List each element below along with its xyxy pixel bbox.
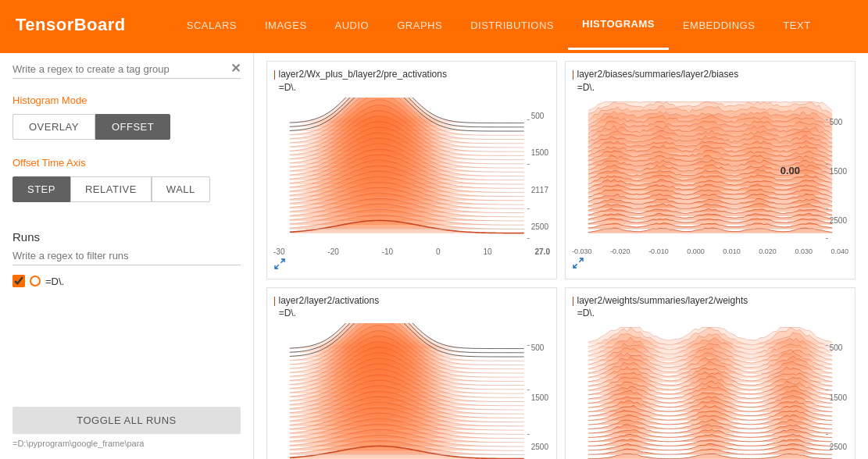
chart-area-chart2: 50015002500 bbox=[572, 98, 848, 246]
nav-item-images[interactable]: IMAGES bbox=[251, 0, 321, 50]
time-btn-relative[interactable]: RELATIVE bbox=[70, 176, 152, 202]
x-axis-labels: -0.030-0.020-0.0100.0000.0100.0200.0300.… bbox=[572, 247, 848, 255]
svg-line-14 bbox=[579, 258, 583, 262]
header: TensorBoard SCALARSIMAGESAUDIOGRAPHSDIST… bbox=[0, 0, 868, 50]
chart-card-chart4: | layer2/weights/summaries/layer2/weight… bbox=[565, 287, 855, 459]
time-button-group: STEPRELATIVEWALL bbox=[13, 176, 241, 202]
svg-line-7 bbox=[275, 265, 279, 269]
mode-btn-offset[interactable]: OFFSET bbox=[95, 114, 170, 140]
offset-time-section: Offset Time Axis STEPRELATIVEWALL bbox=[13, 154, 241, 216]
sidebar: ✕ Histogram Mode OVERLAYOFFSET Offset Ti… bbox=[0, 53, 254, 459]
chart-card-chart1: | layer2/Wx_plus_b/layer2/pre_activation… bbox=[266, 61, 557, 279]
run-name-label: =D\. bbox=[45, 276, 64, 287]
nav-item-distributions[interactable]: DISTRIBUTIONS bbox=[456, 0, 568, 50]
svg-line-6 bbox=[280, 259, 284, 263]
run-color-circle bbox=[30, 276, 41, 286]
time-btn-step[interactable]: STEP bbox=[13, 176, 70, 202]
tag-search-input[interactable] bbox=[13, 63, 230, 75]
chart-expand-button-chart1[interactable] bbox=[273, 258, 550, 272]
x-axis-labels: -30-20-1001027.0 bbox=[273, 247, 550, 256]
chart-card-chart2: | layer2/biases/summaries/layer2/biases … bbox=[565, 61, 855, 279]
tag-search-box: ✕ bbox=[13, 62, 241, 79]
y-axis-labels: 500150021172500 bbox=[531, 98, 548, 246]
chart-value-overlay: 0.00 bbox=[780, 164, 800, 176]
chart-title-chart1: | layer2/Wx_plus_b/layer2/pre_activation… bbox=[273, 68, 550, 94]
nav-item-histograms[interactable]: HISTOGRAMS bbox=[568, 0, 669, 50]
main-layout: ✕ Histogram Mode OVERLAYOFFSET Offset Ti… bbox=[0, 53, 868, 459]
chart-area-chart1: 500150021172500 bbox=[273, 98, 550, 246]
runs-label: Runs bbox=[13, 230, 241, 244]
mode-button-group: OVERLAYOFFSET bbox=[13, 114, 241, 140]
time-btn-wall[interactable]: WALL bbox=[152, 176, 210, 202]
y-axis-labels: 50015002500 bbox=[531, 323, 548, 459]
mode-btn-overlay[interactable]: OVERLAY bbox=[13, 114, 95, 140]
nav-item-embeddings[interactable]: EMBEDDINGS bbox=[669, 0, 769, 50]
chart-area-chart3: 50015002500 bbox=[273, 323, 550, 459]
chart-card-chart3: | layer2/layer2/activations =D\.50015002… bbox=[266, 287, 557, 459]
runs-section: Runs =D\. bbox=[13, 230, 241, 292]
nav-item-scalars[interactable]: SCALARS bbox=[173, 0, 251, 50]
chart-expand-button-chart2[interactable] bbox=[572, 257, 848, 272]
nav-item-graphs[interactable]: GRAPHS bbox=[383, 0, 456, 50]
runs-filter-input[interactable] bbox=[13, 250, 241, 265]
main-nav: SCALARSIMAGESAUDIOGRAPHSDISTRIBUTIONSHIS… bbox=[173, 0, 825, 50]
chart-area-chart4: 50015002500 bbox=[572, 323, 848, 459]
sidebar-footer-path: =D:\pyprogram\google_frame\para bbox=[13, 439, 241, 450]
y-axis-labels: 50015002500 bbox=[830, 98, 847, 246]
toggle-all-runs-button[interactable]: TOGGLE ALL RUNS bbox=[13, 407, 241, 434]
histogram-mode-label: Histogram Mode bbox=[13, 94, 241, 106]
svg-line-15 bbox=[573, 264, 577, 268]
run-item: =D\. bbox=[13, 275, 241, 287]
run-checkbox[interactable] bbox=[13, 275, 25, 287]
close-icon[interactable]: ✕ bbox=[230, 62, 241, 75]
chart-title-chart4: | layer2/weights/summaries/layer2/weight… bbox=[572, 294, 848, 321]
chart-title-chart2: | layer2/biases/summaries/layer2/biases … bbox=[572, 68, 848, 94]
charts-grid: | layer2/Wx_plus_b/layer2/pre_activation… bbox=[254, 53, 868, 459]
brand-logo: TensorBoard bbox=[16, 15, 126, 35]
y-axis-labels: 50015002500 bbox=[830, 323, 847, 459]
nav-item-text[interactable]: TEXT bbox=[769, 0, 824, 50]
chart-title-chart3: | layer2/layer2/activations =D\. bbox=[273, 294, 550, 321]
nav-item-audio[interactable]: AUDIO bbox=[321, 0, 384, 50]
offset-axis-label: Offset Time Axis bbox=[13, 157, 241, 169]
